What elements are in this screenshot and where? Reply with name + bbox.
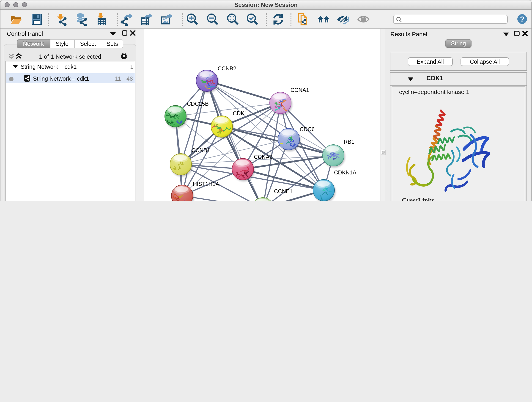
svg-text:CCNA1: CCNA1 [291, 87, 309, 93]
svg-text:CDC6: CDC6 [300, 126, 315, 132]
svg-text:RB1: RB1 [344, 139, 355, 145]
svg-text:HIST1H1A: HIST1H1A [193, 181, 219, 187]
svg-text:CCNA2: CCNA2 [254, 154, 272, 160]
svg-text:?: ? [520, 15, 525, 23]
svg-text:CCNB2: CCNB2 [218, 65, 236, 71]
svg-text:CCNE1: CCNE1 [274, 188, 293, 194]
svg-text:CDKN1A: CDKN1A [334, 169, 356, 176]
svg-text:CDC25B: CDC25B [187, 101, 209, 107]
svg-text:CDK1: CDK1 [233, 110, 247, 116]
svg-text:CCNB1: CCNB1 [191, 147, 210, 153]
